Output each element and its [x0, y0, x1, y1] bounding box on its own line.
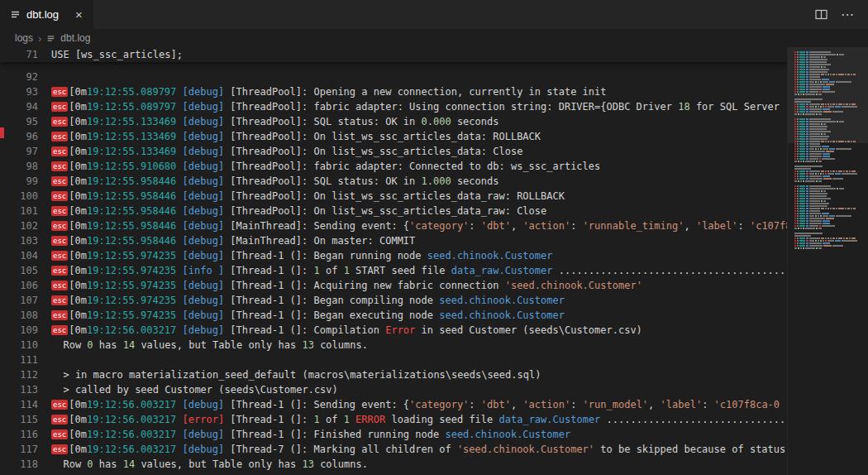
- minimap-segment: [797, 240, 799, 242]
- minimap-segment: [806, 148, 808, 150]
- log-line[interactable]: 104esc[0m19:12:55.974235 [debug] [Thread…: [0, 248, 787, 263]
- minimap-segment: [819, 158, 821, 160]
- minimap-segment: [797, 74, 799, 75]
- text-segment: 1: [344, 265, 350, 276]
- minimap-segment: [809, 126, 827, 127]
- log-line[interactable]: 118 Row 0 has 14 values, but Table only …: [0, 457, 787, 472]
- minimap-segment: [797, 56, 799, 58]
- minimap-segment: [797, 198, 799, 199]
- log-line[interactable]: 97esc[0m19:12:55.133469 [debug] [ThreadP…: [0, 144, 787, 159]
- log-line[interactable]: 101esc[0m19:12:55.958446 [debug] [Thread…: [0, 204, 787, 218]
- minimap-segment: [806, 79, 808, 80]
- minimap-segment: [797, 128, 799, 130]
- minimap-segment: [800, 94, 802, 95]
- log-line[interactable]: 93esc[0m19:12:55.089797 [debug] [ThreadP…: [0, 84, 787, 99]
- line-text: esc[0m19:12:55.089797 [debug] [ThreadPoo…: [51, 99, 787, 114]
- minimap-segment: [823, 86, 830, 88]
- text-segment: [0m: [69, 250, 87, 261]
- breadcrumb-file[interactable]: dbt.log: [60, 32, 90, 44]
- log-line[interactable]: 108esc[0m19:12:55.974235 [debug] [Thread…: [0, 308, 787, 323]
- line-text: esc[0m19:12:55.133469 [debug] [ThreadPoo…: [51, 129, 787, 144]
- log-line[interactable]: 114esc[0m19:12:56.003217 [debug] [Thread…: [0, 397, 787, 412]
- minimap-segment: [797, 208, 799, 209]
- minimap-segment: [794, 242, 796, 244]
- log-line[interactable]: 94esc[0m19:12:55.089797 [debug] [ThreadP…: [0, 99, 787, 114]
- minimap-row: [794, 163, 865, 165]
- log-line[interactable]: 116esc[0m19:12:56.003217 [debug] [Thread…: [0, 427, 787, 442]
- minimap-segment: [799, 195, 805, 197]
- minimap-segment: [794, 158, 796, 160]
- minimap-segment: [799, 74, 805, 75]
- log-line[interactable]: 96esc[0m19:12:55.133469 [debug] [ThreadP…: [0, 129, 787, 144]
- minimap-segment: [809, 54, 836, 55]
- minimap-row: [794, 153, 865, 155]
- minimap-segment: [821, 123, 823, 125]
- minimap[interactable]: [787, 47, 868, 475]
- log-line[interactable]: 92: [0, 70, 787, 84]
- minimap-segment: [838, 170, 842, 172]
- text-segment: 19:12:55.089797: [87, 86, 183, 98]
- minimap-segment: [794, 91, 796, 93]
- log-line[interactable]: 117esc[0m19:12:56.003217 [debug] [Thread…: [0, 442, 787, 457]
- text-segment: [0m: [69, 101, 87, 113]
- log-line[interactable]: 110 Row 0 has 14 values, but Table only …: [0, 338, 787, 353]
- text-segment: [debug]: [183, 399, 231, 410]
- close-icon[interactable]: ×: [73, 7, 85, 22]
- minimap-segment: [816, 247, 818, 249]
- tab-dbt-log[interactable]: dbt.log ×: [0, 0, 93, 29]
- more-actions-icon[interactable]: ⋯: [841, 7, 855, 22]
- sticky-line[interactable]: 71USE [ws_ssc_articles];: [0, 47, 787, 62]
- log-line[interactable]: 115esc[0m19:12:56.003217 [error] [Thread…: [0, 412, 787, 427]
- log-line[interactable]: 105esc[0m19:12:55.974235 [info ] [Thread…: [0, 263, 787, 278]
- log-line[interactable]: 107esc[0m19:12:55.974235 [debug] [Thread…: [0, 293, 787, 308]
- minimap-segment: [823, 89, 830, 90]
- minimap-segment: [797, 86, 799, 88]
- minimap-row: [794, 215, 865, 217]
- minimap-segment: [794, 141, 796, 142]
- log-line[interactable]: 112 > in macro materialization_seed_defa…: [0, 367, 787, 382]
- minimap-segment: [799, 103, 805, 105]
- editor-window: dbt.log × ⋯ logs › dbt.log 71USE [ws_ssc…: [0, 0, 868, 475]
- text-segment: Error: [385, 324, 415, 336]
- text-segment: [ThreadPool]: fabric adapter: Using conn…: [230, 101, 678, 113]
- minimap-segment: [836, 81, 851, 83]
- text-segment: :: [469, 220, 480, 232]
- minimap-segment: [853, 74, 856, 75]
- minimap-segment: [799, 238, 805, 239]
- text-segment: 1: [344, 414, 350, 425]
- minimap-segment: [838, 238, 842, 239]
- log-line[interactable]: 102esc[0m19:12:55.958446 [debug] [MainTh…: [0, 218, 787, 233]
- log-line[interactable]: 99esc[0m19:12:55.958446 [debug] [ThreadP…: [0, 174, 787, 189]
- minimap-segment: [794, 148, 796, 150]
- log-line[interactable]: 106esc[0m19:12:55.974235 [debug] [Thread…: [0, 278, 787, 293]
- log-line[interactable]: 95esc[0m19:12:55.133469 [debug] [ThreadP…: [0, 114, 787, 129]
- log-line[interactable]: 98esc[0m19:12:55.910680 [debug] [ThreadP…: [0, 159, 787, 174]
- log-file-icon: [10, 9, 21, 20]
- split-editor-icon[interactable]: [815, 9, 827, 20]
- minimap-segment: [822, 225, 835, 227]
- breadcrumb-folder[interactable]: logs: [15, 32, 33, 44]
- minimap-segment: [825, 173, 827, 175]
- minimap-segment: [797, 178, 799, 180]
- line-text: esc[0m19:12:55.958446 [debug] [MainThrea…: [51, 233, 787, 248]
- minimap-segment: [797, 131, 799, 132]
- log-line[interactable]: 111: [0, 353, 787, 367]
- minimap-segment: [799, 170, 805, 172]
- minimap-segment: [806, 156, 808, 157]
- minimap-segment: [830, 74, 832, 75]
- log-line[interactable]: 113 > called by seed Customer (seeds\Cus…: [0, 382, 787, 397]
- minimap-segment: [806, 151, 808, 152]
- minimap-segment: [809, 205, 827, 207]
- text-segment: has: [93, 339, 123, 351]
- code-area: 71USE [ws_ssc_articles]; 9293esc[0m19:12…: [0, 47, 787, 475]
- log-line[interactable]: 109esc[0m19:12:56.003217 [debug] [Thread…: [0, 323, 787, 338]
- minimap-segment: [823, 223, 830, 224]
- minimap-segment: [822, 146, 829, 147]
- log-line[interactable]: 100esc[0m19:12:55.958446 [debug] [Thread…: [0, 189, 787, 204]
- minimap-segment: [798, 247, 799, 249]
- minimap-segment: [847, 141, 850, 142]
- log-line[interactable]: 103esc[0m19:12:55.958446 [debug] [MainTh…: [0, 233, 787, 248]
- text-segment: [debug]: [183, 324, 231, 336]
- minimap-segment: [809, 195, 827, 197]
- minimap-row: [794, 151, 865, 152]
